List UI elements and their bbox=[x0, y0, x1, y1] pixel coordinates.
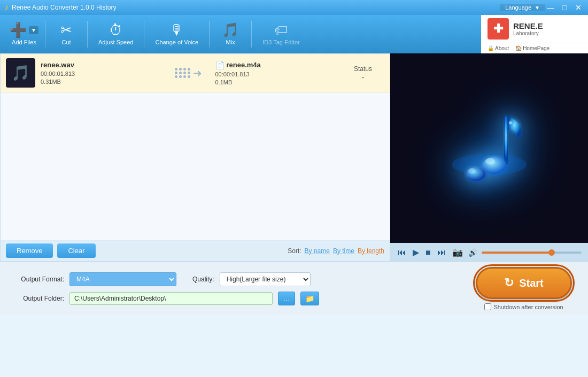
add-files-main: ➕ ▼ bbox=[10, 23, 38, 37]
toolbar-item-id3-tag-editor[interactable]: 🏷 ID3 Tag Editor bbox=[254, 21, 308, 48]
source-file-duration: 00:00:01.813 bbox=[41, 70, 162, 77]
main-wrapper: 🎵 renee.wav 00:00:01.813 0.31MB bbox=[0, 53, 588, 262]
add-files-icon: ➕ bbox=[10, 23, 27, 37]
file-list: 🎵 renee.wav 00:00:01.813 0.31MB bbox=[1, 54, 390, 240]
source-file-info: renee.wav 00:00:01.813 0.31MB bbox=[41, 61, 162, 85]
start-area: ↻ Start Shutdown after conversion bbox=[470, 263, 577, 315]
status-label: Status bbox=[354, 65, 372, 73]
shutdown-row: Shutdown after conversion bbox=[484, 303, 563, 310]
remove-button[interactable]: Remove bbox=[6, 244, 53, 258]
branding-logo: ✚ bbox=[488, 18, 509, 40]
output-file-info: 📄 renee.m4a 00:00:01.813 0.1MB bbox=[215, 61, 337, 85]
mix-icon: 🎵 bbox=[222, 23, 239, 37]
screenshot-button[interactable]: 📷 bbox=[451, 246, 464, 258]
branding-cross-icon: ✚ bbox=[493, 22, 503, 36]
branding-sub: Laboratory bbox=[513, 30, 543, 36]
toolbar-divider-2 bbox=[87, 21, 88, 48]
output-folder-input[interactable] bbox=[69, 292, 273, 305]
volume-thumb bbox=[548, 249, 555, 256]
svg-rect-1 bbox=[504, 116, 508, 164]
change-of-voice-label: Change of Voice bbox=[155, 39, 198, 45]
top-section: ➕ ▼ Add Files ✂ Cut ⏱ Adjust Speed 🎙 Cha… bbox=[0, 15, 588, 53]
window-controls: — □ ✕ bbox=[545, 2, 584, 13]
settings-area: Output Format: M4A Quality: High(Larger … bbox=[0, 262, 588, 315]
output-file-name: renee.m4a bbox=[227, 61, 261, 69]
language-dropdown-icon[interactable]: ▼ bbox=[535, 5, 540, 11]
dot-grid bbox=[175, 68, 191, 78]
toolbar-item-change-of-voice[interactable]: 🎙 Change of Voice bbox=[146, 21, 207, 48]
output-format-label: Output Format: bbox=[11, 276, 64, 283]
cut-icon: ✂ bbox=[60, 23, 72, 37]
titlebar-title: ♪ Renee Audio Converter 1.0.0 History bbox=[4, 3, 500, 12]
id3-tag-editor-label: ID3 Tag Editor bbox=[262, 39, 300, 45]
toolbar-divider-4 bbox=[209, 21, 210, 48]
output-format-row: Output Format: M4A Quality: High(Larger … bbox=[11, 272, 460, 286]
prev-button[interactable]: ⏮ bbox=[397, 247, 407, 258]
homepage-label: HomePage bbox=[523, 45, 550, 51]
dot bbox=[183, 68, 186, 70]
output-file-icon: 📄 bbox=[215, 61, 225, 69]
refresh-icon: ↻ bbox=[504, 276, 514, 290]
dot bbox=[183, 72, 186, 74]
sort-by-name[interactable]: By name bbox=[305, 247, 330, 255]
preview-panel: ⏮ ▶ ■ ⏭ 📷 🔊 bbox=[390, 53, 588, 262]
play-button[interactable]: ▶ bbox=[412, 246, 420, 258]
id3-tag-editor-icon: 🏷 bbox=[274, 23, 288, 37]
minimize-button[interactable]: — bbox=[545, 2, 556, 13]
quality-select[interactable]: High(Larger file size) bbox=[220, 272, 311, 286]
add-files-dropdown-icon[interactable]: ▼ bbox=[29, 26, 38, 34]
dot bbox=[179, 72, 182, 74]
homepage-link[interactable]: 🏠 HomePage bbox=[515, 45, 550, 51]
player-controls: ⏮ ▶ ■ ⏭ 📷 🔊 bbox=[390, 243, 588, 262]
dot bbox=[179, 75, 182, 78]
shutdown-checkbox[interactable] bbox=[484, 303, 491, 310]
stop-button[interactable]: ■ bbox=[424, 247, 432, 258]
dot bbox=[188, 68, 190, 70]
start-button[interactable]: ↻ Start bbox=[476, 267, 572, 299]
toolbar-item-adjust-speed[interactable]: ⏱ Adjust Speed bbox=[90, 21, 142, 48]
next-button[interactable]: ⏭ bbox=[436, 247, 447, 258]
output-folder-label: Output Folder: bbox=[11, 295, 64, 302]
close-button[interactable]: ✕ bbox=[573, 2, 584, 13]
language-label: Language bbox=[505, 4, 531, 11]
sort-by-length[interactable]: By length bbox=[358, 247, 384, 255]
sort-by-time[interactable]: By time bbox=[333, 247, 354, 255]
dots-arrow: ➜ bbox=[175, 67, 202, 80]
toolbar-item-add-files[interactable]: ➕ ▼ Add Files bbox=[5, 21, 43, 48]
svg-point-4 bbox=[466, 167, 485, 181]
maximize-button[interactable]: □ bbox=[559, 2, 570, 13]
home-icon: 🏠 bbox=[515, 45, 522, 51]
change-of-voice-icon: 🎙 bbox=[170, 23, 184, 37]
sort-label: Sort: bbox=[288, 247, 301, 255]
browse-button[interactable]: … bbox=[278, 292, 295, 305]
toolbar-divider-3 bbox=[144, 21, 144, 48]
about-link[interactable]: 🔒 About bbox=[488, 45, 509, 51]
about-label: About bbox=[495, 45, 509, 51]
output-folder-row: Output Folder: … 📁 bbox=[11, 292, 460, 305]
add-files-label: Add Files bbox=[12, 39, 36, 45]
titlebar: ♪ Renee Audio Converter 1.0.0 History La… bbox=[0, 0, 588, 15]
svg-point-3 bbox=[485, 158, 495, 164]
volume-slider[interactable] bbox=[482, 252, 582, 254]
status-badge: - bbox=[362, 74, 364, 81]
mix-label: Mix bbox=[226, 39, 235, 45]
output-file-duration: 00:00:01.813 bbox=[215, 71, 337, 77]
source-file-name: renee.wav bbox=[41, 61, 162, 69]
start-label: Start bbox=[519, 277, 544, 289]
toolbar-item-mix[interactable]: 🎵 Mix bbox=[212, 21, 249, 48]
branding-text: RENE.E Laboratory bbox=[513, 21, 543, 36]
adjust-speed-icon: ⏱ bbox=[109, 23, 123, 37]
dot bbox=[188, 72, 190, 74]
table-row: 🎵 renee.wav 00:00:01.813 0.31MB bbox=[1, 54, 390, 92]
conversion-arrow: ➜ bbox=[167, 67, 210, 80]
language-area: Language ▼ bbox=[500, 4, 545, 11]
open-folder-button[interactable]: 📁 bbox=[300, 292, 319, 305]
settings-left: Output Format: M4A Quality: High(Larger … bbox=[11, 272, 460, 305]
sort-area: Sort: By name By time By length bbox=[288, 247, 384, 255]
branding-name: RENE.E bbox=[513, 21, 543, 30]
output-format-select[interactable]: M4A bbox=[69, 272, 176, 286]
dot bbox=[188, 75, 190, 78]
toolbar-item-cut[interactable]: ✂ Cut bbox=[48, 21, 85, 48]
clear-button[interactable]: Clear bbox=[57, 244, 95, 258]
source-file-size: 0.31MB bbox=[41, 78, 162, 85]
